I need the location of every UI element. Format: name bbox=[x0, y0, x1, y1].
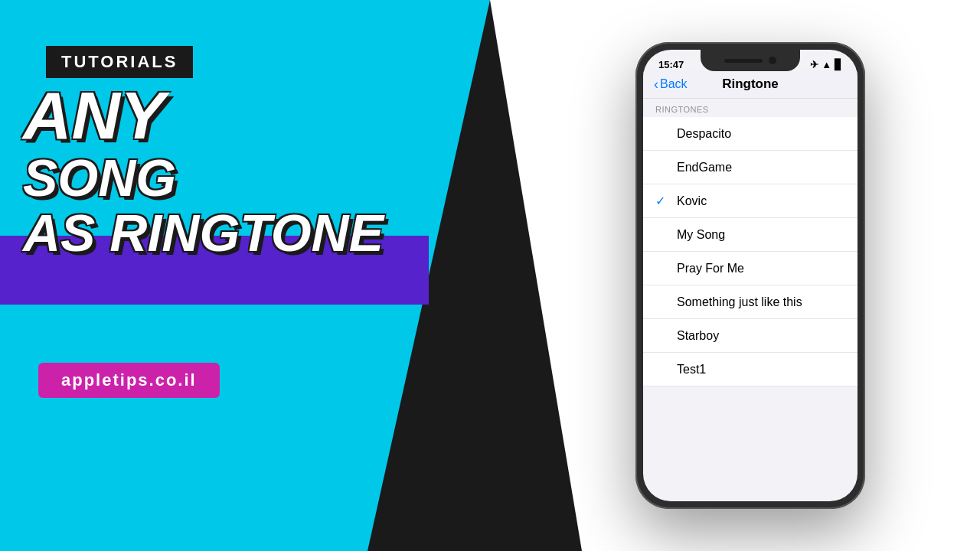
website-badge: appletips.co.il bbox=[38, 363, 220, 398]
ringtone-name: My Song bbox=[677, 228, 845, 242]
title-line3: AS RINGTONE bbox=[23, 206, 406, 260]
battery-icon: ▊ bbox=[835, 59, 842, 70]
chevron-left-icon: ‹ bbox=[654, 77, 658, 93]
status-icons: ✈ ▲ ▊ bbox=[810, 59, 842, 70]
nav-title: Ringtone bbox=[722, 77, 779, 92]
ringtone-item[interactable]: EndGame bbox=[643, 151, 858, 184]
nav-bar: ‹ Back Ringtone bbox=[643, 70, 858, 99]
phone-notch bbox=[701, 50, 800, 71]
wifi-icon: ▲ bbox=[822, 59, 831, 70]
ringtone-name: EndGame bbox=[677, 161, 845, 174]
ringtone-item[interactable]: Test1 bbox=[643, 353, 858, 386]
left-panel: TUTORIALS ANY SONG AS RINGTONE appletips… bbox=[0, 0, 490, 551]
ringtone-name: Kovic bbox=[677, 194, 845, 208]
tutorials-badge: TUTORIALS bbox=[46, 46, 193, 78]
ringtone-item[interactable]: Starboy bbox=[643, 319, 858, 353]
ringtone-item[interactable]: Pray For Me bbox=[643, 252, 858, 285]
notch-speaker bbox=[724, 59, 763, 63]
phone-frame: 15:47 ✈ ▲ ▊ ‹ Back Ringtone RIN bbox=[635, 42, 865, 509]
notch-camera bbox=[769, 57, 776, 64]
ringtone-name: Test1 bbox=[677, 363, 845, 377]
ringtone-name: Something just like this bbox=[677, 295, 845, 309]
ringtone-item[interactable]: Something just like this bbox=[643, 285, 858, 319]
title-line2: SONG bbox=[23, 151, 406, 205]
phone-wrapper: 15:47 ✈ ▲ ▊ ‹ Back Ringtone RIN bbox=[635, 42, 865, 509]
checkmark-icon: ✓ bbox=[655, 194, 671, 208]
back-label: Back bbox=[660, 77, 688, 91]
phone-screen: 15:47 ✈ ▲ ▊ ‹ Back Ringtone RIN bbox=[643, 50, 858, 501]
ringtone-item[interactable]: Despacito bbox=[643, 117, 858, 151]
ringtone-item[interactable]: My Song bbox=[643, 218, 858, 252]
ringtone-name: Pray For Me bbox=[677, 262, 845, 276]
airplane-icon: ✈ bbox=[810, 59, 818, 70]
section-header: RINGTONES bbox=[643, 99, 858, 117]
title-line1: ANY bbox=[23, 80, 406, 151]
back-button[interactable]: ‹ Back bbox=[654, 77, 688, 93]
main-title: ANY SONG AS RINGTONE bbox=[23, 80, 406, 260]
status-time: 15:47 bbox=[658, 59, 684, 70]
ringtone-list: Despacito EndGame ✓ Kovic My Song Pray F… bbox=[643, 117, 858, 386]
ringtone-name: Starboy bbox=[677, 329, 845, 343]
right-panel: 15:47 ✈ ▲ ▊ ‹ Back Ringtone RIN bbox=[490, 0, 980, 551]
ringtone-item[interactable]: ✓ Kovic bbox=[643, 184, 858, 218]
ringtone-name: Despacito bbox=[677, 127, 845, 141]
